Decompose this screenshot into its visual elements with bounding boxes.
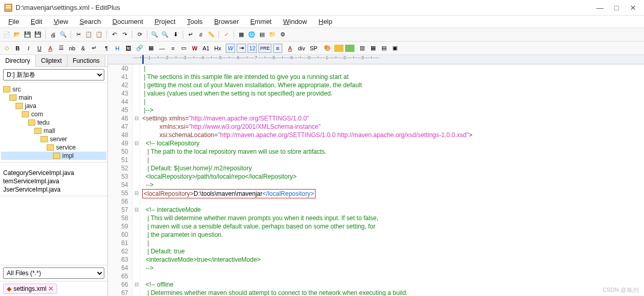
code-line[interactable]: <localRepository>D:\tools\maven\mavenjar… (142, 189, 644, 197)
code-line[interactable]: <localRepository>/path/to/local/repo</lo… (142, 172, 644, 181)
close-tab-icon[interactable]: ✕ (48, 285, 53, 292)
color2-icon[interactable] (345, 45, 354, 52)
menu-tools[interactable]: Tools (182, 16, 208, 27)
code-line[interactable]: | Default: ${user.home}/.m2/repository (142, 164, 644, 172)
sidebar-tab-directory[interactable]: Directory (0, 55, 36, 67)
tree-node[interactable]: com (1, 110, 106, 118)
close-button[interactable]: ✕ (629, 4, 637, 11)
menu-document[interactable]: Document (107, 16, 148, 27)
code-line[interactable]: | values (values used when the setting i… (142, 89, 644, 98)
hr-icon[interactable]: — (157, 44, 167, 53)
window-full-icon[interactable]: ▣ (390, 44, 400, 53)
refresh-icon[interactable]: ⟳ (135, 30, 144, 39)
align-icon[interactable]: ≡ (273, 44, 282, 53)
window-tile-icon[interactable]: ▦ (368, 44, 378, 53)
menu-help[interactable]: Help (313, 16, 338, 27)
tree-node[interactable]: main (1, 93, 106, 102)
cut-icon[interactable]: ✂ (74, 30, 83, 39)
indent-icon[interactable]: ⇥ (237, 44, 246, 53)
maximize-button[interactable]: □ (613, 4, 620, 11)
menu-window[interactable]: Window (278, 16, 312, 27)
code-line[interactable]: <!-- localRepository (142, 139, 644, 147)
code-line[interactable]: xmlns:xsi="http://www.w3.org/2001/XMLSch… (142, 123, 644, 131)
code-line[interactable]: <!-- interactiveMode (142, 206, 644, 214)
replace-icon[interactable]: 🔍 (160, 30, 170, 39)
amp-button[interactable]: & (78, 44, 88, 53)
menu-search[interactable]: Search (74, 16, 106, 27)
directory-tree[interactable]: srcmainjavacomtedumallserverserviceimpl (0, 83, 107, 163)
ruler-icon[interactable]: 📏 (207, 30, 216, 39)
code-line[interactable]: | (142, 239, 644, 247)
paragraph-button[interactable]: ¶ (102, 44, 111, 53)
code-line[interactable]: | (142, 64, 644, 73)
number-icon[interactable]: 12 (248, 44, 257, 53)
print-preview-icon[interactable]: 🔍 (59, 30, 68, 39)
file-row[interactable]: temServiceImpl.java (3, 177, 104, 185)
code-line[interactable]: | the parameter in question. (142, 231, 644, 239)
file-list[interactable]: CategoryServiceImpl.javatemServiceImpl.j… (0, 167, 107, 196)
code-line[interactable] (142, 272, 644, 280)
code-line[interactable]: <settings xmlns="http://maven.apache.org… (142, 114, 644, 123)
menu-file[interactable]: File (3, 16, 24, 27)
code-line[interactable]: | getting the most out of your Maven ins… (142, 81, 644, 89)
file-row[interactable]: JserServiceImpl.java (3, 185, 104, 194)
color1-icon[interactable] (334, 45, 344, 52)
menu-view[interactable]: View (48, 16, 73, 27)
font-color-button[interactable]: A (46, 44, 55, 53)
italic-button[interactable]: I (24, 44, 33, 53)
code-line[interactable] (142, 197, 644, 206)
menu-browser[interactable]: Browser (209, 16, 244, 27)
pre-button[interactable]: PRE (258, 44, 271, 53)
find-next-icon[interactable]: ⬇ (171, 30, 180, 39)
code-lines[interactable]: | | The sections in this sample file are… (140, 64, 644, 296)
browser-icon[interactable]: 🌐 (247, 30, 256, 39)
anchor-button[interactable]: A1 (201, 44, 211, 53)
find-icon[interactable]: 🔍 (150, 30, 159, 39)
tree-node[interactable]: tedu (1, 118, 106, 127)
div-button[interactable]: div (296, 44, 307, 53)
span-button[interactable]: SP (308, 44, 319, 53)
sidebar-tab-functions[interactable]: Functions (67, 55, 105, 66)
code-line[interactable]: --> (142, 264, 644, 272)
tree-node[interactable]: src (1, 85, 106, 93)
drive-select[interactable]: D:] 新加卷 (3, 69, 104, 80)
underline-button[interactable]: U (35, 44, 44, 53)
image-icon[interactable]: 🖼 (124, 44, 133, 53)
fold-column[interactable]: ⊟⊟⊟⊟⊟ (133, 64, 140, 296)
save-icon[interactable]: 💾 (23, 30, 32, 39)
marker-icon[interactable]: ◇ (2, 44, 11, 53)
settings-icon[interactable]: ⚙ (278, 30, 287, 39)
undo-icon[interactable]: ↶ (109, 30, 119, 39)
open-file-icon[interactable]: 📂 (12, 30, 22, 39)
code-line[interactable]: | The path to the local repository maven… (142, 147, 644, 156)
sidebar-tab-cliptext[interactable]: Cliptext (36, 55, 67, 66)
tree-node[interactable]: impl (1, 152, 106, 160)
code-line[interactable]: <interactiveMode>true</interactiveMode> (142, 255, 644, 264)
new-file-icon[interactable]: 📄 (2, 30, 11, 39)
menu-edit[interactable]: Edit (25, 16, 47, 27)
wave-button[interactable]: W (190, 44, 199, 53)
save-all-icon[interactable]: 💾 (33, 30, 43, 39)
window-split-icon[interactable]: ▥ (358, 44, 367, 53)
code-line[interactable]: | Default: true (142, 247, 644, 255)
code-line[interactable]: | (142, 98, 644, 106)
list-icon[interactable]: ☰ (57, 44, 66, 53)
window-list-icon[interactable]: ▦ (237, 30, 246, 39)
nbsp-button[interactable]: nb (67, 44, 77, 53)
code-line[interactable]: | maven will use a sensible default valu… (142, 222, 644, 231)
menu-emmet[interactable]: Emmet (245, 16, 277, 27)
hex-button[interactable]: Hx (213, 44, 223, 53)
code-line[interactable]: | The sections in this sample file are i… (142, 73, 644, 81)
code-line[interactable]: <!-- offline (142, 280, 644, 289)
minimize-button[interactable]: — (596, 4, 604, 11)
break-button[interactable]: ↵ (89, 44, 99, 53)
code-line[interactable]: xsi:schemaLocation="http://maven.apache.… (142, 131, 644, 139)
tree-node[interactable]: java (1, 102, 106, 110)
code-line[interactable]: | This will determine whether maven prom… (142, 214, 644, 222)
doc-tab-settings[interactable]: ◆ settings.xml ✕ (3, 284, 57, 294)
code-editor[interactable]: 4041424344454647484950515253545556575859… (108, 64, 644, 296)
copy-icon[interactable]: 📋 (84, 30, 93, 39)
file-filter-select[interactable]: All Files (*.*) (3, 267, 104, 279)
tree-node[interactable]: mall (1, 127, 106, 135)
output-icon[interactable]: ▤ (257, 30, 267, 39)
